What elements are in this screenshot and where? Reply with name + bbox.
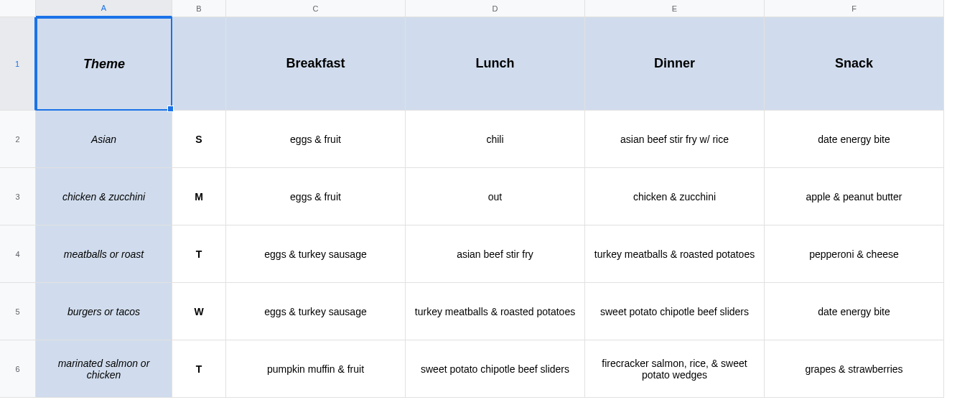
cell-A5[interactable]: burgers or tacos [36, 283, 172, 340]
cell-A3[interactable]: chicken & zucchini [36, 168, 172, 225]
col-header-B[interactable]: B [172, 0, 226, 17]
row-header-5[interactable]: 5 [0, 283, 36, 340]
cell-C1[interactable]: Breakfast [226, 17, 406, 111]
cell-E2[interactable]: asian beef stir fry w/ rice [585, 111, 765, 168]
cell-C6[interactable]: pumpkin muffin & fruit [226, 340, 406, 398]
cell-D5[interactable]: turkey meatballs & roasted potatoes [406, 283, 585, 340]
cell-D3[interactable]: out [406, 168, 585, 225]
spreadsheet-grid[interactable]: A B C D E F 1 Theme Breakfast Lunch Dinn… [0, 0, 980, 398]
row-header-4[interactable]: 4 [0, 225, 36, 283]
cell-A6[interactable]: marinated salmon or chicken [36, 340, 172, 398]
cell-E5[interactable]: sweet potato chipotle beef sliders [585, 283, 765, 340]
cell-F5[interactable]: date energy bite [765, 283, 944, 340]
select-all-corner[interactable] [0, 0, 36, 17]
cell-C2[interactable]: eggs & fruit [226, 111, 406, 168]
cell-D4[interactable]: asian beef stir fry [406, 225, 585, 283]
cell-A1[interactable]: Theme [36, 17, 172, 111]
row-header-6[interactable]: 6 [0, 340, 36, 398]
cell-D2[interactable]: chili [406, 111, 585, 168]
cell-E3[interactable]: chicken & zucchini [585, 168, 765, 225]
cell-B4[interactable]: T [172, 225, 226, 283]
cell-F1[interactable]: Snack [765, 17, 944, 111]
cell-F2[interactable]: date energy bite [765, 111, 944, 168]
cell-C5[interactable]: eggs & turkey sausage [226, 283, 406, 340]
cell-C4[interactable]: eggs & turkey sausage [226, 225, 406, 283]
row-header-3[interactable]: 3 [0, 168, 36, 225]
row-header-2[interactable]: 2 [0, 111, 36, 168]
col-header-A[interactable]: A [36, 0, 172, 17]
cell-B3[interactable]: M [172, 168, 226, 225]
cell-A4[interactable]: meatballs or roast [36, 225, 172, 283]
cell-B5[interactable]: W [172, 283, 226, 340]
col-header-D[interactable]: D [406, 0, 585, 17]
col-header-C[interactable]: C [226, 0, 406, 17]
row-header-1[interactable]: 1 [0, 17, 36, 111]
cell-F6[interactable]: grapes & strawberries [765, 340, 944, 398]
cell-A2[interactable]: Asian [36, 111, 172, 168]
cell-E4[interactable]: turkey meatballs & roasted potatoes [585, 225, 765, 283]
cell-E6[interactable]: firecracker salmon, rice, & sweet potato… [585, 340, 765, 398]
cell-D6[interactable]: sweet potato chipotle beef sliders [406, 340, 585, 398]
cell-F4[interactable]: pepperoni & cheese [765, 225, 944, 283]
col-header-E[interactable]: E [585, 0, 765, 17]
cell-E1[interactable]: Dinner [585, 17, 765, 111]
cell-F3[interactable]: apple & peanut butter [765, 168, 944, 225]
cell-B1[interactable] [172, 17, 226, 111]
cell-B6[interactable]: T [172, 340, 226, 398]
cell-C3[interactable]: eggs & fruit [226, 168, 406, 225]
cell-D1[interactable]: Lunch [406, 17, 585, 111]
cell-B2[interactable]: S [172, 111, 226, 168]
col-header-F[interactable]: F [765, 0, 944, 17]
